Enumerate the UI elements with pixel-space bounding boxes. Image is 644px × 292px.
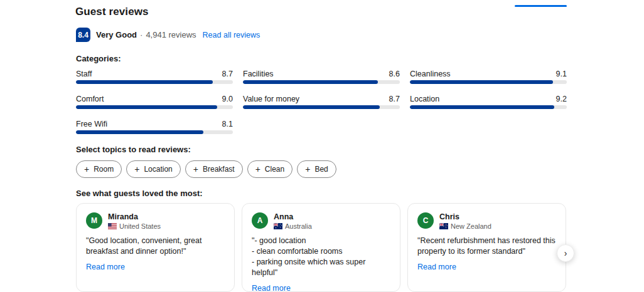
- plus-icon: +: [84, 165, 89, 174]
- plus-icon: +: [305, 165, 310, 174]
- category-free-wifi: Free Wifi 8.1: [76, 120, 233, 134]
- category-score: 8.1: [222, 120, 233, 129]
- review-cards: M Miranda United States: [76, 203, 566, 292]
- category-label: Staff: [76, 70, 92, 79]
- category-bar-fill: [76, 105, 217, 109]
- review-card: M Miranda United States: [76, 203, 235, 292]
- category-bar-track: [243, 80, 400, 84]
- guest-name: Miranda: [108, 212, 161, 221]
- topic-pill-breakfast[interactable]: + Breakfast: [185, 160, 243, 178]
- category-bar-track: [410, 80, 567, 84]
- topics-heading: Select topics to read reviews:: [76, 145, 191, 154]
- topic-pill-room[interactable]: + Room: [76, 160, 122, 178]
- loved-most-heading: See what guests loved the most:: [76, 189, 203, 198]
- topic-pill-label: Breakfast: [203, 165, 235, 174]
- au-flag-icon: [274, 223, 282, 229]
- category-facilities: Facilities 8.6: [243, 70, 400, 84]
- guest-country: United States: [119, 222, 161, 230]
- avatar: M: [86, 212, 102, 229]
- topic-pill-bed[interactable]: + Bed: [297, 160, 336, 178]
- next-reviews-button[interactable]: ›: [557, 244, 574, 262]
- category-label: Facilities: [243, 70, 274, 79]
- category-label: Location: [410, 95, 439, 104]
- chevron-right-icon: ›: [564, 248, 567, 258]
- category-score: 8.7: [222, 70, 233, 79]
- category-score: 9.1: [556, 70, 567, 79]
- category-bar-track: [76, 105, 233, 109]
- review-quote: "Good location, convenient, great breakf…: [86, 236, 225, 257]
- guest-country: Australia: [285, 222, 312, 230]
- category-bar-track: [76, 80, 233, 84]
- review-quote: "- good location - clean comfortable roo…: [252, 236, 390, 278]
- topic-pill-label: Location: [144, 165, 172, 174]
- review-card: A Anna A: [242, 203, 400, 292]
- guest-name: Anna: [274, 212, 312, 221]
- category-label: Cleanliness: [410, 70, 451, 79]
- category-bar-fill: [243, 80, 378, 84]
- category-value-for-money: Value for money 8.7: [243, 95, 400, 109]
- category-score: 9.0: [222, 95, 233, 104]
- categories-grid: Staff 8.7 Facilities 8.6 Cleanliness 9.1…: [76, 70, 567, 134]
- page-title: Guest reviews: [75, 6, 149, 18]
- nz-flag-icon: [439, 223, 448, 229]
- topic-pill-location[interactable]: + Location: [126, 160, 181, 178]
- rating-separator: ·: [140, 30, 142, 39]
- guest-country: New Zealand: [451, 222, 491, 230]
- category-location: Location 9.2: [410, 95, 567, 109]
- topic-pill-label: Room: [94, 165, 114, 174]
- active-tab-indicator: [515, 5, 567, 7]
- topic-pill-label: Clean: [265, 165, 284, 174]
- category-cleanliness: Cleanliness 9.1: [410, 70, 567, 84]
- topic-pill-label: Bed: [314, 165, 328, 174]
- category-label: Comfort: [76, 95, 104, 104]
- review-score-badge: 8.4: [76, 28, 90, 42]
- topic-pills: + Room + Location + Breakfast + Clean + …: [76, 160, 336, 178]
- topic-pill-clean[interactable]: + Clean: [247, 160, 293, 178]
- rating-label: Very Good: [96, 30, 137, 39]
- category-bar-fill: [243, 105, 380, 109]
- category-bar-fill: [410, 105, 554, 109]
- category-bar-track: [76, 130, 233, 134]
- category-score: 8.7: [389, 95, 400, 104]
- category-staff: Staff 8.7: [76, 70, 233, 84]
- category-comfort: Comfort 9.0: [76, 95, 233, 109]
- rating-summary: 8.4 Very Good · 4,941 reviews Read all r…: [76, 28, 260, 42]
- read-more-link[interactable]: Read more: [417, 263, 456, 271]
- read-more-link[interactable]: Read more: [86, 263, 125, 271]
- avatar: A: [252, 212, 268, 229]
- category-score: 8.6: [389, 70, 400, 79]
- category-score: 9.2: [556, 95, 567, 104]
- category-label: Free Wifi: [76, 120, 107, 129]
- read-all-reviews-link[interactable]: Read all reviews: [203, 31, 260, 39]
- category-bar-fill: [410, 80, 553, 84]
- category-bar-fill: [76, 80, 213, 84]
- guest-name: Chris: [439, 212, 491, 221]
- review-quote: "Recent refurbishment has restored this …: [417, 236, 556, 257]
- category-bar-fill: [76, 130, 203, 134]
- us-flag-icon: [108, 223, 117, 229]
- category-bar-track: [410, 105, 567, 109]
- plus-icon: +: [255, 165, 260, 174]
- category-bar-track: [243, 105, 400, 109]
- read-more-link[interactable]: Read more: [252, 284, 291, 292]
- avatar: C: [417, 212, 434, 229]
- plus-icon: +: [193, 165, 198, 174]
- category-label: Value for money: [243, 95, 299, 104]
- review-card: C Chris New Zealand: [407, 203, 566, 292]
- reviews-count: 4,941 reviews: [146, 30, 196, 39]
- plus-icon: +: [134, 165, 139, 174]
- categories-heading: Categories:: [76, 54, 121, 63]
